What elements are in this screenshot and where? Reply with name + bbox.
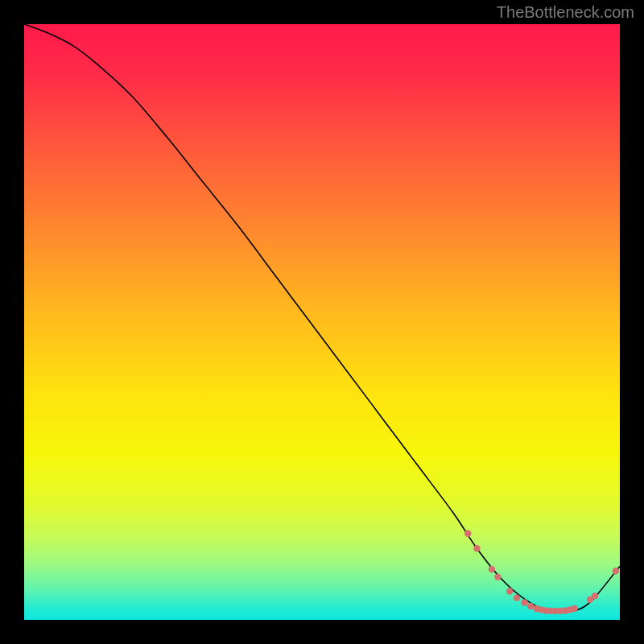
data-point — [514, 594, 520, 601]
data-markers — [464, 530, 619, 615]
bottleneck-curve — [24, 24, 620, 612]
data-point — [494, 574, 501, 580]
chart-svg — [24, 24, 620, 620]
plot-area — [24, 24, 620, 620]
data-point — [489, 566, 495, 572]
watermark-text: TheBottleneck.com — [497, 3, 634, 22]
data-point — [613, 568, 619, 574]
data-point — [473, 545, 480, 551]
data-point — [464, 530, 471, 537]
data-point — [521, 599, 527, 605]
data-point — [506, 588, 513, 594]
data-point — [572, 605, 578, 612]
data-point — [592, 592, 598, 599]
data-point — [527, 603, 534, 609]
